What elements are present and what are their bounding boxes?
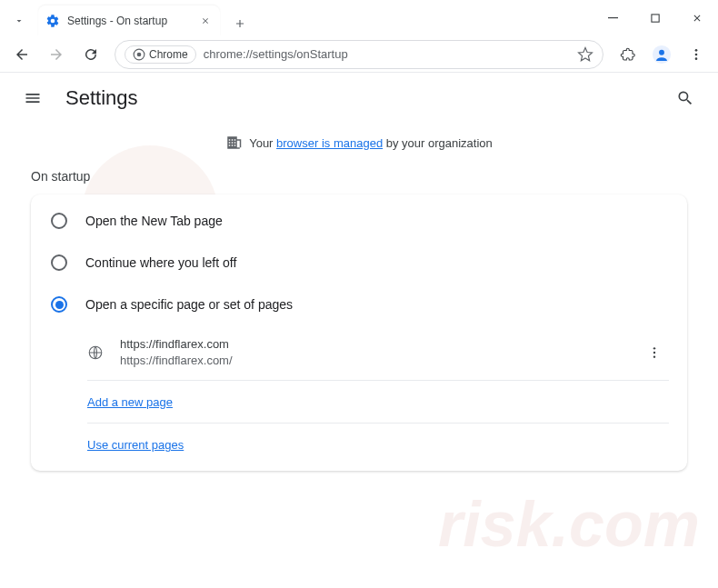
- gear-icon: [45, 14, 60, 28]
- reload-button[interactable]: [76, 40, 105, 69]
- svg-point-7: [695, 53, 698, 55]
- radio-icon: [51, 254, 67, 271]
- managed-prefix: Your: [249, 136, 276, 150]
- managed-link[interactable]: browser is managed: [276, 136, 383, 150]
- managed-banner: Your browser is managed by your organiza…: [0, 124, 718, 162]
- search-settings-button[interactable]: [667, 80, 703, 116]
- page-title: Settings: [65, 86, 138, 110]
- back-button[interactable]: [7, 40, 36, 69]
- add-page-row: Add a new page: [87, 381, 669, 424]
- globe-icon: [87, 344, 104, 361]
- startup-page-url: https://findflarex.com: [120, 336, 640, 353]
- star-icon[interactable]: [577, 46, 593, 63]
- minimize-icon: [608, 13, 619, 24]
- settings-header: Settings: [0, 73, 718, 124]
- radio-specific-pages[interactable]: Open a specific page or set of pages: [31, 284, 687, 325]
- radio-label: Open the New Tab page: [85, 214, 223, 228]
- chevron-down-icon: [14, 15, 25, 26]
- arrow-left-icon: [14, 46, 30, 63]
- watermark-text-2: risk.com: [438, 488, 700, 561]
- managed-suffix: by your organization: [383, 136, 493, 150]
- reload-icon: [83, 46, 99, 63]
- section-title: On startup: [31, 169, 687, 184]
- radio-label: Open a specific page or set of pages: [85, 297, 293, 312]
- svg-point-10: [653, 347, 655, 349]
- vertical-dots-icon: [689, 47, 703, 62]
- search-icon: [676, 89, 694, 107]
- svg-rect-1: [651, 14, 658, 21]
- hamburger-icon: [24, 89, 42, 107]
- chrome-icon: [133, 48, 145, 61]
- new-tab-button[interactable]: [227, 11, 253, 36]
- plus-icon: [234, 17, 246, 30]
- settings-content: On startup Open the New Tab page Continu…: [0, 162, 718, 478]
- use-current-row: Use current pages: [87, 424, 669, 465]
- svg-rect-0: [608, 17, 618, 18]
- startup-page-suburl: https://findflarex.com/: [120, 353, 640, 369]
- window-controls: [593, 0, 718, 36]
- forward-button[interactable]: [42, 40, 71, 69]
- radio-icon-selected: [51, 296, 67, 313]
- tab-title: Settings - On startup: [67, 15, 198, 27]
- radio-label: Continue where you left off: [85, 255, 236, 270]
- close-window-button[interactable]: [676, 0, 718, 36]
- site-chip-label: Chrome: [149, 48, 188, 61]
- browser-toolbar: Chrome chrome://settings/onStartup: [0, 36, 718, 73]
- extensions-button[interactable]: [613, 40, 642, 69]
- maximize-button[interactable]: [634, 0, 676, 36]
- startup-page-menu-button[interactable]: [640, 338, 669, 367]
- site-chip[interactable]: Chrome: [125, 45, 196, 64]
- svg-point-12: [653, 356, 655, 358]
- url-text: chrome://settings/onStartup: [204, 47, 577, 61]
- svg-point-5: [659, 49, 664, 55]
- main-menu-button[interactable]: [15, 80, 51, 116]
- profile-button[interactable]: [647, 40, 676, 69]
- close-icon: [692, 13, 703, 24]
- svg-point-8: [695, 57, 698, 60]
- puzzle-icon: [619, 46, 635, 63]
- radio-icon: [51, 213, 67, 229]
- svg-point-6: [695, 49, 698, 52]
- vertical-dots-icon: [647, 345, 662, 360]
- startup-page-row: https://findflarex.com https://findflare…: [87, 325, 669, 381]
- radio-continue[interactable]: Continue where you left off: [31, 242, 687, 284]
- startup-page-urls: https://findflarex.com https://findflare…: [120, 336, 640, 369]
- startup-pages-list: https://findflarex.com https://findflare…: [87, 325, 669, 465]
- minimize-button[interactable]: [593, 0, 634, 36]
- building-icon: [225, 135, 242, 151]
- startup-card: Open the New Tab page Continue where you…: [31, 194, 687, 471]
- use-current-pages-link[interactable]: Use current pages: [87, 438, 184, 452]
- address-bar[interactable]: Chrome chrome://settings/onStartup: [115, 40, 603, 69]
- titlebar: Settings - On startup: [0, 0, 718, 36]
- browser-menu-button[interactable]: [682, 40, 711, 69]
- avatar-icon: [652, 45, 672, 65]
- arrow-right-icon: [48, 46, 65, 63]
- maximize-icon: [651, 14, 661, 24]
- add-new-page-link[interactable]: Add a new page: [87, 395, 173, 409]
- browser-tab[interactable]: Settings - On startup: [38, 5, 220, 36]
- radio-open-newtab[interactable]: Open the New Tab page: [31, 200, 687, 242]
- tab-search-dropdown[interactable]: [4, 5, 35, 36]
- svg-point-11: [653, 352, 655, 354]
- close-icon[interactable]: [198, 14, 213, 28]
- svg-point-3: [137, 52, 142, 56]
